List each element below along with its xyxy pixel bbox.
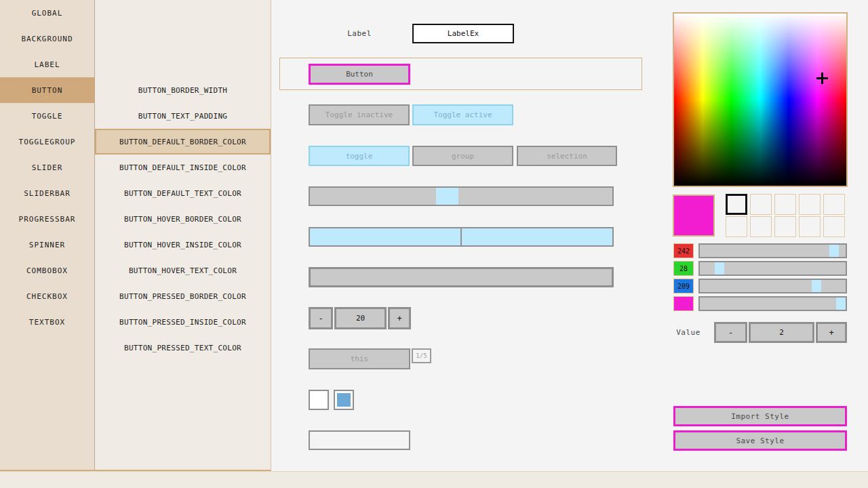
label-preview-textbox[interactable]: LabelEx	[412, 24, 514, 43]
sliderbar-right-segment	[462, 228, 612, 245]
sidebar-item-progressbar[interactable]: PROGRESSBAR	[0, 206, 94, 232]
label-caption: Label	[309, 29, 410, 38]
save-style-button[interactable]: Save Style	[673, 430, 847, 451]
param-item-hover-inside-color[interactable]: BUTTON_HOVER_INSIDE_COLOR	[95, 232, 271, 258]
swatch-cell[interactable]	[823, 194, 845, 215]
picker-cursor-horizontal-bar	[816, 77, 828, 79]
value-spinner-minus-button[interactable]: -	[714, 322, 747, 343]
alpha-channel-slider[interactable]	[698, 296, 847, 311]
param-item-pressed-inside-color[interactable]: BUTTON_PRESSED_INSIDE_COLOR	[95, 309, 271, 335]
spinner-plus-button[interactable]: +	[388, 307, 411, 329]
checkbox-checked[interactable]	[334, 390, 354, 410]
swatch-cell[interactable]	[750, 194, 772, 215]
sliderbar-preview[interactable]	[309, 227, 614, 247]
import-style-button[interactable]: Import Style	[673, 406, 847, 426]
blue-value-badge: 209	[673, 279, 694, 293]
slider-preview[interactable]	[309, 186, 614, 206]
swatch-cell[interactable]	[774, 194, 796, 215]
param-item-pressed-border-color[interactable]: BUTTON_PRESSED_BORDER_COLOR	[95, 283, 271, 309]
checkbox-unchecked[interactable]	[309, 390, 329, 410]
blue-channel-slider[interactable]	[698, 279, 847, 293]
sidebar-item-slider[interactable]: SLIDER	[0, 155, 94, 180]
slider-thumb[interactable]	[812, 280, 821, 292]
toggle-inactive-preview[interactable]: Toggle inactive	[309, 104, 410, 125]
param-item-border-width[interactable]: BUTTON_BORDER_WIDTH	[95, 77, 271, 103]
sidebar-item-global[interactable]: GLOBAL	[0, 0, 94, 26]
saved-swatch-grid	[726, 194, 845, 237]
togglegroup-item-group[interactable]: group	[412, 146, 513, 166]
current-color-swatch	[673, 195, 715, 237]
footer-strip	[0, 471, 868, 488]
sidebar-item-combobox[interactable]: COMBOBOX	[0, 258, 94, 283]
sidebar-item-spinner[interactable]: SPINNER	[0, 232, 94, 258]
slider-thumb[interactable]	[715, 262, 724, 274]
parameter-list-panel: BUTTON_BORDER_WIDTH BUTTON_TEXT_PADDING …	[95, 0, 271, 471]
param-item-default-text-color[interactable]: BUTTON_DEFAULT_TEXT_COLOR	[95, 180, 271, 206]
spinner-value: 20	[334, 307, 387, 329]
picker-cursor[interactable]	[816, 73, 828, 84]
alpha-channel-row	[673, 296, 848, 311]
swatch-cell[interactable]	[726, 216, 747, 237]
progressbar-preview	[309, 267, 614, 287]
value-spinner-value: 2	[749, 322, 814, 343]
sidebar-item-toggle[interactable]: TOGGLE	[0, 103, 94, 129]
param-item-text-padding[interactable]: BUTTON_TEXT_PADDING	[95, 103, 271, 129]
value-caption: Value	[668, 328, 709, 337]
param-item-default-inside-color[interactable]: BUTTON_DEFAULT_INSIDE_COLOR	[95, 155, 271, 180]
togglegroup-item-toggle[interactable]: toggle	[309, 146, 410, 166]
spinner-minus-button[interactable]: -	[309, 307, 333, 329]
button-preview[interactable]: Button	[309, 64, 410, 85]
category-sidebar: GLOBAL BACKGROUND LABEL BUTTON TOGGLE TO…	[0, 0, 95, 471]
value-spinner-plus-button[interactable]: +	[816, 322, 847, 343]
red-channel-slider[interactable]	[698, 243, 847, 258]
toggle-active-preview[interactable]: Toggle active	[412, 104, 513, 125]
parameter-list: BUTTON_BORDER_WIDTH BUTTON_TEXT_PADDING …	[95, 77, 271, 361]
green-value-badge: 28	[673, 261, 694, 276]
param-item-hover-text-color[interactable]: BUTTON_HOVER_TEXT_COLOR	[95, 258, 271, 283]
sidebar-item-togglegroup[interactable]: TOGGLEGROUP	[0, 129, 94, 155]
swatch-cell[interactable]	[774, 216, 796, 237]
sidebar-item-background[interactable]: BACKGROUND	[0, 26, 94, 52]
red-channel-row: 242	[673, 243, 848, 258]
sidebar-item-textbox[interactable]: TEXTBOX	[0, 309, 94, 335]
preview-slider-thumb[interactable]	[436, 188, 458, 205]
sidebar-item-checkbox[interactable]: CHECKBOX	[0, 283, 94, 309]
slider-thumb[interactable]	[836, 298, 846, 310]
togglegroup-item-selection[interactable]: selection	[517, 146, 617, 166]
param-item-pressed-text-color[interactable]: BUTTON_PRESSED_TEXT_COLOR	[95, 335, 271, 361]
sidebar-item-sliderbar[interactable]: SLIDERBAR	[0, 180, 94, 206]
swatch-cell[interactable]	[726, 194, 747, 215]
param-item-hover-border-color[interactable]: BUTTON_HOVER_BORDER_COLOR	[95, 206, 271, 232]
checkbox-check-mark	[337, 393, 351, 407]
red-value-badge: 242	[673, 243, 694, 258]
swatch-cell[interactable]	[823, 216, 845, 237]
green-channel-row: 28	[673, 261, 848, 276]
color-picker-field[interactable]	[673, 12, 848, 187]
swatch-cell[interactable]	[799, 194, 821, 215]
sidebar-item-button[interactable]: BUTTON	[0, 77, 94, 103]
swatch-cell[interactable]	[799, 216, 821, 237]
sidebar-item-label[interactable]: LABEL	[0, 52, 94, 77]
param-item-default-border-color[interactable]: BUTTON_DEFAULT_BORDER_COLOR	[95, 129, 271, 155]
slider-thumb[interactable]	[829, 245, 839, 257]
textbox-preview[interactable]	[309, 430, 410, 450]
alpha-color-badge	[673, 296, 694, 311]
sliderbar-left-segment	[310, 228, 462, 245]
swatch-cell[interactable]	[750, 216, 772, 237]
combobox-page-badge: 1/5	[412, 348, 431, 363]
combobox-preview[interactable]: this	[309, 348, 410, 369]
blue-channel-row: 209	[673, 279, 848, 293]
green-channel-slider[interactable]	[698, 261, 847, 276]
